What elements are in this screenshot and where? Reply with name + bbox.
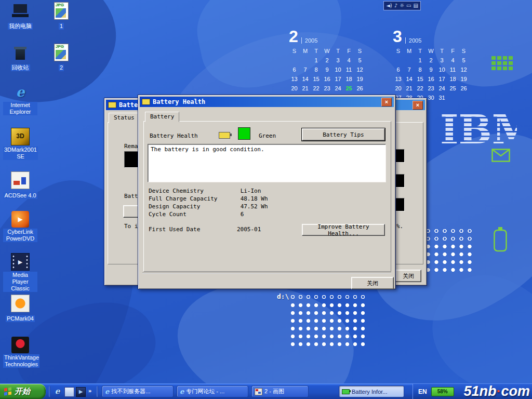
close-icon[interactable]: × bbox=[413, 101, 423, 110]
dot-pattern bbox=[424, 227, 474, 243]
close-button[interactable]: 关闭 bbox=[351, 277, 394, 289]
calendar-day-header: W bbox=[322, 48, 332, 55]
calendar-day-header: S bbox=[393, 48, 404, 55]
desktop-icon-media-player-classic[interactable]: ▶ Media Player Classic bbox=[3, 253, 37, 292]
battery-icon bbox=[219, 132, 230, 139]
calendar-date bbox=[404, 55, 415, 62]
calendar-date: 15 bbox=[311, 76, 322, 83]
calendar-date: 21 bbox=[404, 85, 415, 92]
calendar-date: 16 bbox=[322, 76, 332, 83]
tab-status[interactable]: Status bbox=[109, 113, 140, 123]
calendar-date: 6 bbox=[393, 66, 404, 74]
calendar-date: 17 bbox=[332, 76, 343, 83]
calendar-day-headers: SMTWTFS bbox=[289, 46, 365, 55]
desktop-icon-label: Media Player Classic bbox=[3, 272, 37, 292]
desktop-file-jpg-2[interactable]: JPG 2 bbox=[48, 44, 75, 72]
desktop-icon-label: 2 bbox=[59, 64, 64, 71]
start-button[interactable]: 开始 bbox=[0, 384, 46, 399]
calendar-date: 2 bbox=[322, 57, 332, 64]
dot-pattern bbox=[424, 243, 474, 274]
window-title: Batte bbox=[119, 101, 138, 109]
quick-launch-overflow-chevron[interactable]: » bbox=[88, 388, 91, 394]
language-indicator[interactable]: EN bbox=[418, 388, 427, 395]
media-player-classic-icon: ▶ bbox=[11, 253, 30, 271]
calendar-date: 4 bbox=[447, 57, 458, 64]
calendar-year: 2005 bbox=[301, 37, 317, 44]
battery-health-titlebar[interactable]: Battery Health × bbox=[140, 97, 394, 107]
internet-explorer-icon: e bbox=[105, 388, 109, 395]
calendar-date: 7 bbox=[300, 66, 311, 74]
desktop-icon-label: 1 bbox=[59, 23, 64, 30]
desktop-file-jpg-1[interactable]: JPG 1 bbox=[48, 2, 75, 30]
task-label: 专门网论坛 - ... bbox=[186, 388, 224, 395]
volume-icon[interactable]: ♪ bbox=[394, 2, 397, 9]
envelope-icon bbox=[491, 149, 510, 162]
calendar-date: 5 bbox=[354, 57, 365, 64]
calendar-year: 2005 bbox=[405, 37, 421, 44]
tab-battery[interactable]: Battery bbox=[145, 112, 179, 122]
watermark-suffix: com bbox=[501, 383, 530, 399]
calendar-date: 23 bbox=[425, 85, 436, 92]
desktop-icon-label: 我的电脑 bbox=[8, 23, 33, 30]
calendar-date: 11 bbox=[447, 66, 458, 74]
jpg-badge: JPG bbox=[55, 3, 64, 7]
desktop-icon-pcmark04[interactable]: PCMark04 bbox=[3, 295, 37, 323]
spec-row: Design Capacity 47.52 Wh bbox=[149, 203, 268, 211]
battery-percent-badge[interactable]: 58% bbox=[431, 387, 454, 396]
taskbar-separator bbox=[49, 386, 50, 397]
first-used-value: 2005-01 bbox=[237, 226, 261, 233]
display-icon[interactable]: ▭ bbox=[406, 2, 411, 9]
calendar-date: 10 bbox=[332, 66, 343, 74]
ibm-logo: IBM bbox=[439, 102, 517, 154]
calendar-date: 20 bbox=[289, 85, 300, 92]
calendar-date: 26 bbox=[354, 85, 365, 92]
desktop-icon-thinkvantage[interactable]: ThinkVantage Technologies bbox=[3, 337, 37, 368]
calendar-date: 10 bbox=[436, 66, 447, 74]
calendar-date: 6 bbox=[289, 66, 300, 74]
calendar-day-header: F bbox=[343, 48, 354, 55]
start-label: 开始 bbox=[15, 387, 30, 396]
calendar-date: 24 bbox=[436, 85, 447, 92]
calendar-date: 2 bbox=[425, 57, 436, 64]
spec-label: Cycle Count bbox=[149, 211, 237, 218]
brightness-icon[interactable]: ☼ bbox=[400, 2, 404, 9]
calendar-day-header: S bbox=[458, 48, 469, 55]
spec-row: Device Chemistry Li-Ion bbox=[149, 188, 268, 195]
show-desktop-icon[interactable] bbox=[64, 387, 74, 397]
task-label: Battery Infor... bbox=[352, 389, 387, 395]
spec-label: Device Chemistry bbox=[149, 188, 237, 194]
desktop-icon-my-computer[interactable]: 我的电脑 bbox=[3, 3, 37, 30]
desktop-icon-3dmark2001[interactable]: 3D 3DMark2001 SE bbox=[3, 128, 37, 161]
calendar-date: 18 bbox=[343, 76, 354, 83]
calendar-date: 22 bbox=[415, 85, 425, 92]
internet-explorer-icon[interactable]: e bbox=[53, 387, 62, 396]
condition-text-area: The battery is in good condition. bbox=[148, 144, 386, 182]
calendar-day-header: T bbox=[436, 48, 447, 55]
my-computer-icon bbox=[11, 3, 29, 20]
calendar-date: 1 bbox=[415, 57, 425, 64]
desktop-icon-acdsee[interactable]: ACDSee 4.0 bbox=[3, 171, 37, 200]
taskbar-task-battery-information[interactable]: Battery Infor... bbox=[339, 385, 404, 397]
battery-window-icon bbox=[142, 99, 150, 105]
taskbar-task-forum[interactable]: e 专门网论坛 - ... bbox=[177, 385, 248, 397]
desktop-icon-internet-explorer[interactable]: e Internet Explorer bbox=[3, 84, 37, 116]
improve-battery-health-button[interactable]: Improve Battery Health... bbox=[302, 224, 385, 236]
taskbar-task-paint[interactable]: 2 - 画图 bbox=[251, 385, 309, 397]
calendar-day-header: F bbox=[447, 48, 458, 55]
recycle-bin-icon bbox=[11, 45, 29, 61]
media-player-icon[interactable]: ▶ bbox=[76, 387, 86, 397]
close-icon[interactable]: × bbox=[381, 98, 392, 107]
desktop-icon-powerdvd[interactable]: ▶ CyberLink PowerDVD bbox=[3, 211, 37, 243]
jpg-badge: JPG bbox=[55, 45, 64, 49]
note-label: To i bbox=[124, 223, 138, 230]
battery-health-dialog: Battery Health × Battery Battery Health … bbox=[138, 95, 396, 289]
taskbar-task-server-not-found[interactable]: e 找不到服务器... bbox=[102, 385, 174, 397]
jpg-file-icon: JPG bbox=[54, 2, 69, 20]
keyboard-icon[interactable]: ▤ bbox=[414, 2, 418, 9]
close-button[interactable]: 关闭 bbox=[395, 270, 421, 282]
desktop-icon-recycle-bin[interactable]: 回收站 bbox=[3, 45, 37, 72]
calendar-date: 19 bbox=[458, 76, 469, 83]
battery-tips-button[interactable]: Battery Tips bbox=[302, 128, 385, 141]
speaker-icon[interactable]: ◄) bbox=[386, 2, 392, 9]
calendar-date bbox=[393, 55, 404, 62]
